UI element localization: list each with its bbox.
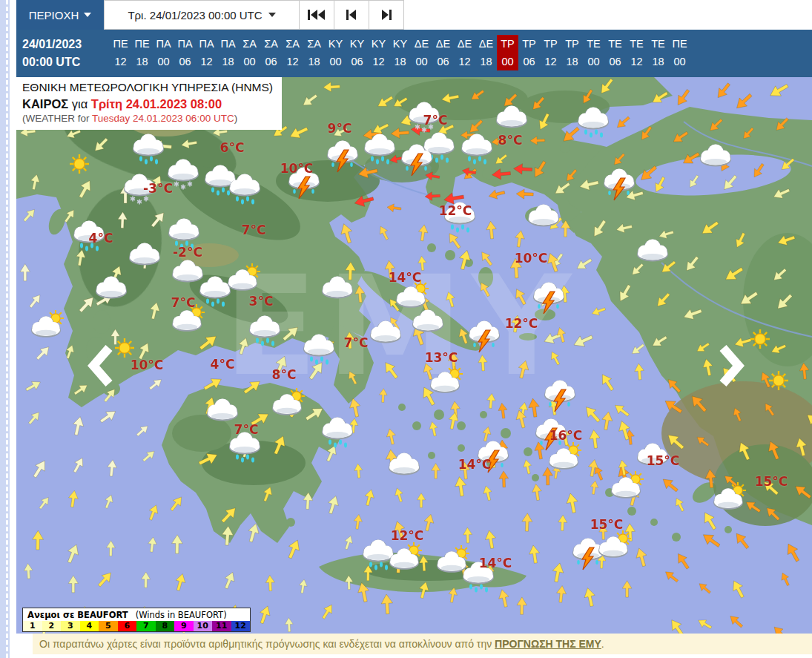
timeline-column[interactable]: ΠΕ18 xyxy=(131,35,153,77)
timeline-column[interactable]: ΔΕ00 xyxy=(411,35,432,77)
next-map-chevron[interactable] xyxy=(718,344,746,390)
timeline-cell: ΠΕ xyxy=(110,35,131,53)
temperature-label: 16°C xyxy=(549,428,583,443)
previous-map-chevron[interactable] xyxy=(86,344,114,390)
timeline-cell: 00 xyxy=(153,53,174,70)
step-back-icon xyxy=(345,9,358,21)
temperature-label: 9°C xyxy=(328,121,352,136)
hnms-weather-page: { "ui": { "region_button_label": "ΠΕΡΙΟΧ… xyxy=(0,0,812,658)
timeline-column[interactable]: ΣΑ18 xyxy=(303,35,325,77)
timeline-cell: 06 xyxy=(604,53,626,70)
timeline-cell: ΤΕ xyxy=(647,35,669,53)
timeline-cell: 00 xyxy=(325,53,346,70)
map-info-box: ΕΘΝΙΚΗ ΜΕΤΕΩΡΟΛΟΓΙΚΗ ΥΠΗΡΕΣΙΑ (HNMS) ΚΑΙ… xyxy=(16,77,282,130)
timeline-column[interactable]: ΚΥ12 xyxy=(368,35,389,77)
timeline-column[interactable]: ΠΑ12 xyxy=(196,35,217,77)
temperature-label: 15°C xyxy=(647,453,680,468)
timeline-column[interactable]: ΠΑ18 xyxy=(217,35,239,77)
timeline-cell: 00 xyxy=(583,53,604,70)
timeline-column[interactable]: ΤΡ12 xyxy=(540,35,561,77)
timeline-cell: ΣΑ xyxy=(282,35,303,53)
legend-title: Ανεμοι σε BEAUFORT xyxy=(27,610,128,620)
timeline-column[interactable]: ΤΡ18 xyxy=(561,35,583,77)
timeline-current-date: 24/01/2023 xyxy=(22,36,110,53)
map-artwork: ΕΜΥ xyxy=(16,77,812,634)
timeline-column[interactable]: ΣΑ06 xyxy=(260,35,282,77)
temperature-label: 4°C xyxy=(89,231,113,246)
chevron-right-icon xyxy=(718,344,746,387)
legend-beaufort-cell: 9 xyxy=(174,621,194,631)
timeline-cell: 18 xyxy=(389,53,411,70)
temperature-label: 7°C xyxy=(171,295,196,310)
temperature-label: 14°C xyxy=(479,556,512,570)
timeline-column[interactable]: ΚΥ06 xyxy=(346,35,368,77)
weather-word-greek: ΚΑΙΡΟΣ xyxy=(22,97,68,111)
timeline-cell: 18 xyxy=(131,53,153,70)
timeline-cell: ΠΑ xyxy=(174,35,196,53)
timeline-column[interactable]: ΔΕ12 xyxy=(454,35,475,77)
timeline-column[interactable]: ΠΕ12 xyxy=(110,35,131,77)
timeline-column[interactable]: ΚΥ18 xyxy=(389,35,411,77)
timeline-column[interactable]: ΤΕ18 xyxy=(647,35,669,77)
timeline-cell: ΤΕ xyxy=(583,35,604,53)
forecast-title-english: (WEATHER for Tuesday 24.01.2023 06:00 UT… xyxy=(22,112,273,125)
timeline-cell: 00 xyxy=(497,53,518,70)
timeline-cell: 12 xyxy=(368,53,389,70)
timeline-cell: ΤΡ xyxy=(540,35,561,53)
legend-beaufort-cell: 4 xyxy=(80,621,99,631)
timeline-cell: ΠΕ xyxy=(669,35,690,53)
legend-beaufort-cell: 7 xyxy=(136,621,156,631)
temperature-label: 12°C xyxy=(505,316,538,331)
timeline-cell: 12 xyxy=(540,53,561,70)
timeline-cell: 12 xyxy=(454,53,475,70)
timeline-cell: 12 xyxy=(282,53,303,70)
timeline-cell: ΤΡ xyxy=(497,35,518,53)
sun-icon xyxy=(769,371,788,390)
timeline-column[interactable]: ΠΑ00 xyxy=(153,35,174,77)
timeline-columns: ΠΕ12ΠΕ18ΠΑ00ΠΑ06ΠΑ12ΠΑ18ΣΑ00ΣΑ06ΣΑ12ΣΑ18… xyxy=(110,30,690,77)
timeline-cell: 06 xyxy=(174,53,196,70)
timeline-cell: ΠΑ xyxy=(217,35,239,53)
legend-subtitle: (Winds in BEAUFORT) xyxy=(136,610,227,620)
date-selector[interactable]: Τρι. 24/01/2023 00:00 UTC xyxy=(104,0,300,30)
legend-beaufort-cell: 10 xyxy=(194,621,213,631)
temperature-label: 4°C xyxy=(211,357,235,372)
timeline-column[interactable]: ΤΕ06 xyxy=(604,35,626,77)
weather-map: ΕΜΥ 9°C7°C8°C6°C10°C-3°C12°C7°C4°C-2°C10… xyxy=(16,77,812,634)
temperature-label: -3°C xyxy=(143,181,173,196)
timeline-column[interactable]: ΤΡ00 xyxy=(497,35,518,77)
skip-to-start-button[interactable] xyxy=(300,0,334,30)
disclaimer-footer: Οι παραπάνω χάρτες είναι προϊόντα αριθμη… xyxy=(33,634,812,654)
agency-title: ΕΘΝΙΚΗ ΜΕΤΕΩΡΟΛΟΓΙΚΗ ΥΠΗΡΕΣΙΑ (HNMS) xyxy=(22,80,273,96)
toolbar: ΠΕΡΙΟΧΗ Τρι. 24/01/2023 00:00 UTC xyxy=(16,0,812,30)
temperature-label: 12°C xyxy=(439,203,472,218)
timeline-column[interactable]: ΔΕ06 xyxy=(432,35,454,77)
timeline-column[interactable]: ΣΑ00 xyxy=(239,35,260,77)
timeline-cell: 18 xyxy=(303,53,325,70)
timeline-cell: 18 xyxy=(217,53,239,70)
timeline-column[interactable]: ΤΕ00 xyxy=(583,35,604,77)
temperature-label: 10°C xyxy=(280,161,314,176)
region-dropdown-label: ΠΕΡΙΟΧΗ xyxy=(29,9,79,22)
timeline-cell: ΔΕ xyxy=(432,35,454,53)
step-forward-button[interactable] xyxy=(369,0,404,30)
step-back-button[interactable] xyxy=(334,0,369,30)
legend-beaufort-cell: 8 xyxy=(156,621,175,631)
temperature-label: 13°C xyxy=(425,350,458,365)
timeline-column[interactable]: ΣΑ12 xyxy=(282,35,303,77)
timeline-column[interactable]: ΚΥ00 xyxy=(325,35,346,77)
beaufort-legend: Ανεμοι σε BEAUFORT (Winds in BEAUFORT) 1… xyxy=(22,608,251,632)
sun-icon xyxy=(750,329,770,349)
timeline-cell: ΣΑ xyxy=(260,35,282,53)
timeline-column[interactable]: ΠΕ00 xyxy=(669,35,690,77)
temperature-label: 12°C xyxy=(391,528,424,543)
timeline-column[interactable]: ΔΕ18 xyxy=(475,35,497,77)
region-dropdown-button[interactable]: ΠΕΡΙΟΧΗ xyxy=(16,0,104,30)
disclaimer-text: Οι παραπάνω χάρτες είναι προϊόντα αριθμη… xyxy=(39,638,495,650)
timeline-column[interactable]: ΤΕ12 xyxy=(626,35,647,77)
timeline-column[interactable]: ΠΑ06 xyxy=(174,35,196,77)
timeline-column[interactable]: ΤΡ06 xyxy=(518,35,540,77)
page-left-margin-decoration xyxy=(0,0,10,658)
legend-header: Ανεμοι σε BEAUFORT (Winds in BEAUFORT) xyxy=(23,608,250,621)
emy-forecast-link[interactable]: ΠΡΟΓΝΩΣΗ ΤΗΣ ΕΜΥ xyxy=(495,638,601,650)
